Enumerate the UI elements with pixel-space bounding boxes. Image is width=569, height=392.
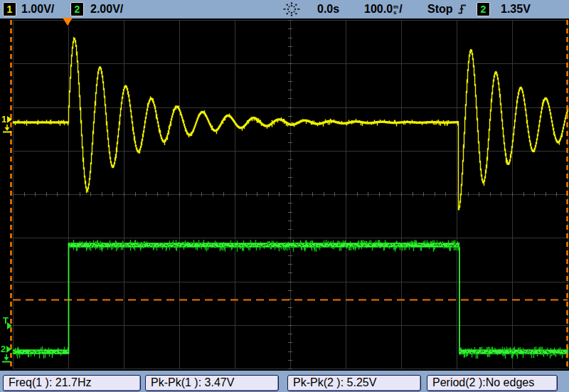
trigger-level-marker[interactable]: T	[3, 316, 9, 325]
ch2-ground-icon	[1, 354, 11, 365]
ch1-marker-label: 1	[1, 114, 6, 125]
trigger-position-marker[interactable]	[63, 18, 73, 26]
oscilloscope-screen: 1 1.00V/ 2 2.00V/ 0.0s 100.0ms/	[0, 0, 569, 392]
softkey-bar: Freq(1 ): 21.7Hz Pk-Pk(1 ): 3.47V Pk-Pk(…	[0, 370, 569, 392]
timebase-value: 100.0	[364, 3, 393, 15]
trigger-arrow-icon	[7, 322, 12, 329]
edge-trigger-icon	[457, 2, 467, 19]
ch2-arrow-icon	[6, 346, 11, 353]
ch1-arrow-icon	[7, 116, 12, 123]
ch2-marker-label: 2	[1, 344, 6, 354]
measurement-period-ch2[interactable]: Period(2 ):No edges	[427, 375, 558, 391]
measurement-pkpk-ch2[interactable]: Pk-Pk(2 ): 5.25V	[287, 375, 421, 391]
trigger-source-badge[interactable]: 2	[477, 2, 490, 16]
ch1-scale: 1.00V/	[21, 1, 54, 17]
run-state: Stop	[427, 1, 453, 17]
timebase-unit-s: s	[393, 10, 398, 16]
status-bar: 1 1.00V/ 2 2.00V/ 0.0s 100.0ms/	[0, 0, 569, 19]
ch2-ground-marker[interactable]: 2	[1, 344, 6, 354]
ch1-ground-icon	[2, 125, 12, 135]
delay-readout: 0.0s	[317, 1, 339, 17]
measurement-freq-ch1[interactable]: Freq(1 ): 21.7Hz	[3, 375, 141, 391]
timebase-suffix: /	[399, 3, 402, 15]
delay-marker-icon	[283, 1, 300, 21]
trigger-level-readout: 1.35V	[501, 1, 531, 17]
ch2-scale: 2.00V/	[90, 1, 123, 17]
timebase-readout: 100.0ms/	[364, 1, 403, 17]
ch2-badge[interactable]: 2	[70, 2, 84, 16]
measurement-pkpk-ch1[interactable]: Pk-Pk(1 ): 3.47V	[145, 375, 279, 391]
ch1-badge[interactable]: 1	[3, 2, 16, 16]
waveform-display	[0, 0, 569, 392]
ch1-ground-marker[interactable]: 1	[1, 115, 6, 124]
